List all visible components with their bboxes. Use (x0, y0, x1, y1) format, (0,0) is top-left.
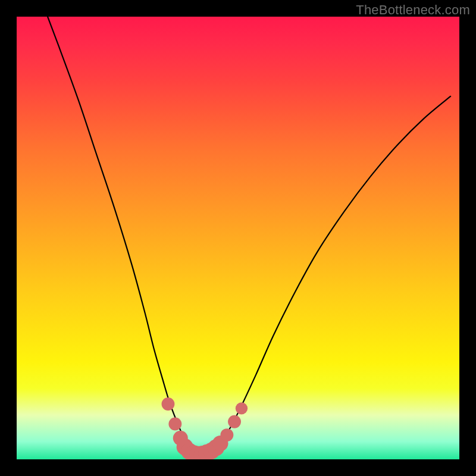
chart-svg (17, 17, 459, 459)
curve-marker (236, 402, 248, 414)
curve-markers (162, 397, 248, 459)
outer-frame: TheBottleneck.com (0, 0, 476, 476)
curve-marker (228, 415, 241, 428)
plot-area (17, 17, 459, 459)
bottleneck-curve (48, 17, 450, 455)
curve-marker (162, 397, 175, 411)
curve-marker (220, 428, 233, 441)
curve-marker (168, 418, 181, 431)
watermark-text: TheBottleneck.com (356, 2, 470, 18)
